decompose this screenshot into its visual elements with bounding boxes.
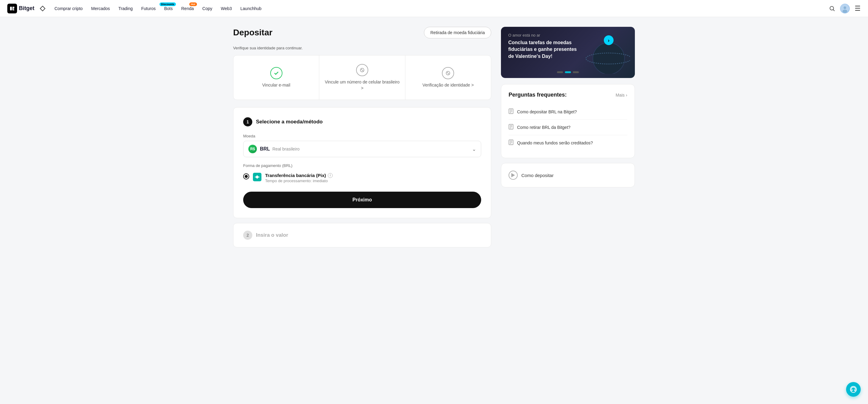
- promo-card[interactable]: O amor está no ar Conclua tarefas de moe…: [501, 27, 635, 78]
- logo-text: Bitget: [19, 5, 34, 11]
- doc-icon-2: [508, 124, 514, 131]
- verify-banner: Verifique sua identidade para continuar.: [233, 46, 491, 50]
- nav-item-futuros[interactable]: Futuros: [137, 4, 159, 13]
- faq-item-3-text: Quando meus fundos serão creditados?: [517, 140, 593, 145]
- currency-name: Real brasileiro: [272, 147, 472, 151]
- step2-circle: 2: [243, 231, 252, 240]
- currency-select[interactable]: R$ BRL Real brasileiro ⌄: [243, 141, 481, 157]
- nav-item-copy[interactable]: Copy: [199, 4, 216, 13]
- faq-card: Perguntas frequentes: Mais › Como deposi…: [501, 84, 635, 158]
- nav-item-comprar[interactable]: Comprar cripto: [51, 4, 87, 13]
- faq-item-2-text: Como retirar BRL da Bitget?: [517, 125, 570, 130]
- page-header: Depositar Retirada de moeda fiduciária: [233, 27, 491, 38]
- logo-icon: [7, 4, 17, 13]
- payment-name: Transferência bancária (Pix) i: [265, 173, 333, 178]
- radio-pix[interactable]: [243, 173, 249, 179]
- logo[interactable]: Bitget: [7, 4, 34, 13]
- doc-icon-1: [508, 109, 514, 115]
- promo-dot-2[interactable]: [565, 71, 571, 73]
- check-circle-icon: [270, 67, 282, 79]
- nav-item-mercados[interactable]: Mercados: [88, 4, 114, 13]
- payment-method-label: Forma de pagamento (BRL): [243, 163, 481, 168]
- faq-item-3[interactable]: Quando meus fundos serão creditados?: [508, 135, 627, 150]
- radio-inner-fill: [245, 175, 248, 178]
- promo-title: Conclua tarefas de moedas fiduciárias e …: [508, 39, 581, 60]
- payment-method-row: Transferência bancária (Pix) i Tempo de …: [243, 172, 481, 184]
- currency-code: BRL: [260, 146, 270, 152]
- search-button[interactable]: [829, 5, 835, 11]
- nav-item-renda[interactable]: Renda Hot: [178, 4, 197, 13]
- menu-button[interactable]: ☰: [855, 5, 861, 12]
- promo-dot-1[interactable]: [557, 71, 563, 73]
- svg-line-4: [833, 9, 835, 11]
- verify-step-identity[interactable]: Verificação de identidade >: [405, 55, 491, 99]
- info-icon[interactable]: i: [328, 173, 333, 178]
- svg-line-9: [361, 69, 363, 71]
- svg-point-6: [844, 6, 846, 9]
- form-step1-card: 1 Selecione a moeda/método Moeda R$ BRL …: [233, 107, 491, 218]
- diamond-icon-button[interactable]: [39, 5, 46, 12]
- chevron-right-icon: ›: [626, 93, 627, 97]
- form-step2-card: 2 Insira o valor: [233, 223, 491, 248]
- currency-label: Moeda: [243, 134, 481, 138]
- faq-item-1[interactable]: Como depositar BRL na Bitget?: [508, 104, 627, 120]
- nav-item-trading[interactable]: Trading: [115, 4, 136, 13]
- svg-point-3: [830, 6, 834, 10]
- discounts-badge: Discounts: [159, 2, 176, 6]
- svg-rect-0: [12, 8, 13, 10]
- svg-line-11: [447, 72, 449, 74]
- promo-text: O amor está no ar Conclua tarefas de moe…: [508, 33, 627, 60]
- brl-icon: R$: [248, 145, 257, 153]
- ban-circle-icon-identity: [442, 67, 454, 79]
- nav-item-bots[interactable]: Bots Discounts: [160, 4, 176, 13]
- page-title: Depositar: [233, 28, 272, 37]
- step1-title: Selecione a moeda/método: [256, 119, 322, 125]
- how-to-text: Como depositar: [521, 173, 554, 178]
- verify-step-email[interactable]: Vincular e-mail: [234, 55, 319, 99]
- step1-header: 1 Selecione a moeda/método: [243, 117, 481, 126]
- payment-info: Transferência bancária (Pix) i Tempo de …: [265, 173, 333, 183]
- faq-title: Perguntas frequentes:: [508, 92, 567, 98]
- phone-verify-label: Vincule um número de celular brasileiro …: [324, 79, 400, 91]
- faq-item-1-text: Como depositar BRL na Bitget?: [517, 109, 577, 114]
- how-to-card[interactable]: Como depositar: [501, 163, 635, 187]
- identity-verify-label: Verificação de identidade >: [423, 82, 474, 88]
- page-container: Depositar Retirada de moeda fiduciária V…: [221, 17, 647, 257]
- faq-item-2[interactable]: Como retirar BRL da Bitget?: [508, 120, 627, 135]
- payment-time: Tempo de processamento: imediato: [265, 178, 333, 183]
- email-verify-label: Vincular e-mail: [262, 82, 290, 88]
- svg-rect-1: [13, 9, 14, 10]
- play-icon: [508, 171, 518, 180]
- promo-dots: [557, 71, 579, 73]
- nav-right: ☰: [829, 4, 861, 13]
- pix-icon: [253, 173, 261, 181]
- chevron-down-icon: ⌄: [472, 146, 476, 152]
- sidebar: O amor está no ar Conclua tarefas de moe…: [501, 27, 635, 248]
- fiat-withdrawal-button[interactable]: Retirada de moeda fiduciária: [424, 27, 491, 38]
- step1-circle: 1: [243, 117, 252, 126]
- faq-more-button[interactable]: Mais ›: [616, 93, 627, 97]
- next-button[interactable]: Próximo: [243, 192, 481, 208]
- main-content: Depositar Retirada de moeda fiduciária V…: [233, 27, 491, 248]
- navbar: Bitget Comprar cripto Mercados Trading F…: [0, 0, 868, 17]
- verify-step-phone[interactable]: Vincule um número de celular brasileiro …: [319, 55, 405, 99]
- faq-header: Perguntas frequentes: Mais ›: [508, 92, 627, 98]
- verification-steps: Vincular e-mail Vincule um número de cel…: [233, 55, 491, 100]
- hot-badge: Hot: [189, 2, 197, 6]
- step2-title: Insira o valor: [256, 232, 288, 238]
- promo-dot-3[interactable]: [573, 71, 579, 73]
- nav-item-web3[interactable]: Web3: [217, 4, 235, 13]
- svg-marker-30: [511, 173, 515, 177]
- svg-point-7: [842, 9, 847, 13]
- nav-items: Comprar cripto Mercados Trading Futuros …: [51, 4, 827, 13]
- avatar[interactable]: [840, 4, 850, 13]
- doc-icon-3: [508, 140, 514, 146]
- svg-marker-2: [40, 6, 45, 11]
- nav-item-launchhub[interactable]: Launchhub: [237, 4, 265, 13]
- promo-tagline: O amor está no ar: [508, 33, 627, 37]
- ban-circle-icon-phone: [356, 64, 368, 76]
